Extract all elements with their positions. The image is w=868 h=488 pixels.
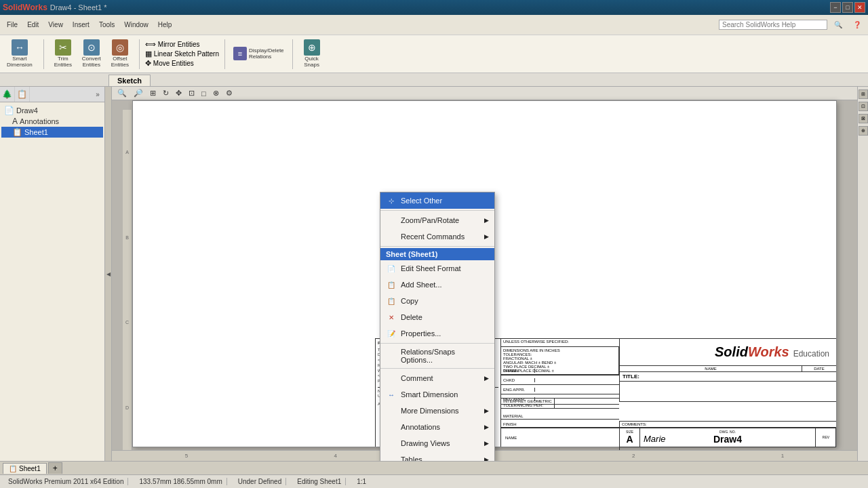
toolbar-display-delete[interactable]: ≡ Display/DeleteRelations	[231, 45, 287, 62]
name-date-header: NAME DATE	[620, 366, 836, 372]
toolbar-sep-4	[292, 39, 293, 69]
ctx-comment[interactable]: Comment ▶	[380, 370, 494, 386]
pan-button[interactable]: ✥	[173, 88, 184, 98]
right-btn-1[interactable]: ⊞	[859, 89, 868, 99]
panel-expand-button[interactable]: »	[91, 87, 104, 102]
recent-commands-arrow: ▶	[484, 233, 489, 240]
ctx-delete[interactable]: ✕ Delete	[380, 309, 494, 325]
sheet-tab-sheet1[interactable]: 📋 Sheet1	[3, 463, 47, 474]
menu-file[interactable]: File	[3, 21, 22, 28]
more-dims-icon	[386, 405, 397, 416]
sheet-tab-label: Sheet1	[19, 465, 41, 472]
tables-arrow: ▶	[484, 456, 489, 461]
ctx-tables[interactable]: Tables ▶	[380, 451, 494, 461]
ctx-recent-commands[interactable]: Recent Commands ▶	[380, 228, 494, 245]
panel-collapse-handle[interactable]: ◀	[105, 87, 112, 461]
comments-area: COMMENTS:	[619, 421, 836, 428]
right-btn-4[interactable]: ⊕	[859, 126, 868, 136]
ctx-select-other[interactable]: ⊹ Select Other	[380, 192, 494, 209]
search-input[interactable]	[719, 20, 827, 30]
ctx-zoom-pan-rotate[interactable]: Zoom/Pan/Rotate ▶	[380, 212, 494, 228]
toolbar-offset[interactable]: ◎ OffsetEntities	[106, 38, 134, 70]
tab-sketch[interactable]: Sketch	[108, 75, 151, 86]
view-orientation-button[interactable]: ⊡	[186, 88, 197, 98]
right-fields: NAME DATE TITLE:	[619, 366, 836, 402]
toolbar-convert[interactable]: ⊙ ConvertEntities	[78, 38, 105, 70]
ctx-copy[interactable]: 📋 Copy	[380, 293, 494, 309]
eng-appr-row: ENG APPR.	[501, 385, 619, 394]
panel-tab-properties[interactable]: 📋	[15, 87, 30, 102]
move-entities-label[interactable]: Move Entities	[153, 60, 194, 67]
smart-dimension-label: SmartDimension	[7, 56, 33, 68]
ctx-edit-sheet-format[interactable]: 📄 Edit Sheet Format	[380, 260, 494, 277]
menu-view[interactable]: View	[44, 21, 67, 28]
tree-item-sheet1[interactable]: 📋 Sheet1	[1, 127, 103, 138]
ctx-annotations-label: Annotations	[401, 423, 440, 431]
minimize-button[interactable]: −	[830, 2, 841, 13]
menu-help[interactable]: Help	[154, 21, 176, 28]
drawing-views-icon	[386, 438, 397, 449]
help-icon[interactable]: ❓	[849, 21, 865, 28]
ctx-relations-snaps[interactable]: Relations/Snaps Options...	[380, 345, 494, 367]
finish-row: FINISH	[501, 422, 619, 428]
display-delete-label: Display/DeleteRelations	[249, 48, 284, 60]
section-view-button[interactable]: ⊗	[210, 88, 222, 98]
dwg-no-value: Draw4	[713, 434, 742, 445]
ctx-sheet-label: Sheet (Sheet1)	[380, 248, 494, 260]
toolbar-sep-1	[43, 39, 44, 69]
zoom-in-button[interactable]: 🔍	[115, 88, 130, 98]
toolbar-trim[interactable]: ✂ TrimEntities	[50, 38, 77, 70]
zoom-pan-arrow: ▶	[484, 217, 489, 224]
finish-label: FINISH	[501, 422, 619, 427]
drawing-area[interactable]: 🔍 🔎 ⊞ ↻ ✥ ⊡ □ ⊗ ⚙ 5 4 3 2 1 A B C D	[112, 87, 857, 461]
ctx-sep-4	[380, 368, 494, 369]
zoom-pan-icon	[386, 215, 397, 226]
close-button[interactable]: ✕	[854, 2, 865, 13]
sheet-tab-add[interactable]: +	[48, 462, 62, 474]
maximize-button[interactable]: □	[842, 2, 853, 13]
ctx-delete-label: Delete	[401, 313, 422, 321]
rotate-button[interactable]: ↻	[160, 88, 172, 98]
unless-otherwise: UNLESS OTHERWISE SPECIFIED:	[501, 339, 619, 347]
checked-row: CHKD	[501, 375, 619, 385]
toolbar-sep-3	[224, 39, 225, 69]
quick-snaps-label: QuickSnaps	[304, 56, 319, 68]
material-row2: MATERIAL	[501, 413, 619, 420]
menu-insert[interactable]: Insert	[68, 21, 94, 28]
ctx-annotations[interactable]: Annotations ▶	[380, 419, 494, 435]
ctx-add-sheet[interactable]: 📋 Add Sheet...	[380, 277, 494, 293]
tree-draw4-icon: 📄	[4, 106, 14, 115]
tab-bar: Sketch	[0, 73, 868, 87]
size-field: SIZE A	[620, 428, 640, 447]
fit-view-button[interactable]: ⊞	[147, 88, 159, 98]
linear-pattern-label[interactable]: Linear Sketch Pattern	[154, 50, 219, 58]
tree-item-annotations[interactable]: A Annotations	[1, 116, 103, 127]
toolbar-quick-snaps[interactable]: ⊕ QuickSnaps	[298, 38, 326, 70]
drawing-views-arrow: ▶	[484, 440, 489, 447]
menu-edit[interactable]: Edit	[23, 21, 43, 28]
ctx-more-dimensions[interactable]: More Dimensions ▶	[380, 403, 494, 419]
toolbar-smart-dimension[interactable]: ↔ SmartDimension	[4, 38, 35, 70]
zoom-out-button[interactable]: 🔎	[131, 88, 146, 98]
right-btn-2[interactable]: ⊡	[859, 102, 868, 111]
display-style-button[interactable]: □	[199, 89, 209, 98]
search-icon[interactable]: 🔍	[830, 21, 846, 28]
mirror-entities-label[interactable]: Mirror Entities	[158, 41, 200, 48]
tree-draw4-label: Draw4	[16, 106, 38, 115]
title-value	[620, 382, 836, 402]
panel-tab-tree[interactable]: 🌲	[0, 87, 15, 102]
view-settings-button[interactable]: ⚙	[223, 88, 235, 98]
tree-item-draw4[interactable]: 📄 Draw4	[1, 105, 103, 116]
menu-tools[interactable]: Tools	[95, 21, 119, 28]
convert-icon: ⊙	[83, 39, 100, 56]
ctx-properties[interactable]: 📝 Properties...	[380, 325, 494, 342]
right-btn-3[interactable]: ⊠	[859, 114, 868, 123]
app-logo: SolidWorks	[3, 3, 47, 12]
recent-commands-icon	[386, 231, 397, 242]
trim-icon: ✂	[55, 39, 71, 56]
ctx-smart-dimension[interactable]: ↔ Smart Dimension	[380, 386, 494, 403]
menu-window[interactable]: Window	[120, 21, 153, 28]
ctx-drawing-views[interactable]: Drawing Views ▶	[380, 435, 494, 451]
tree-annotations-icon: A	[12, 117, 18, 126]
size-value: A	[626, 434, 633, 445]
